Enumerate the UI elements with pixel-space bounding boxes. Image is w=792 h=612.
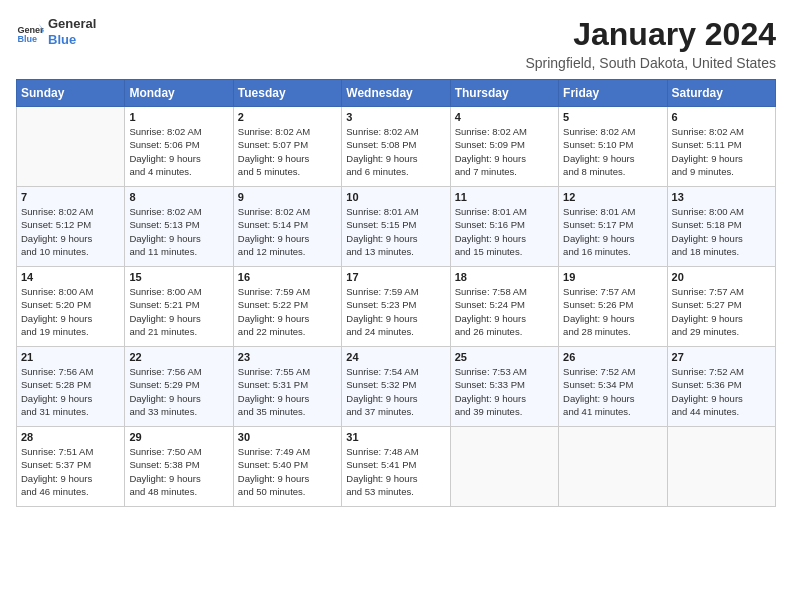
day-info: Sunrise: 7:51 AMSunset: 5:37 PMDaylight:… — [21, 445, 120, 498]
day-info: Sunrise: 7:58 AMSunset: 5:24 PMDaylight:… — [455, 285, 554, 338]
calendar-cell: 4Sunrise: 8:02 AMSunset: 5:09 PMDaylight… — [450, 107, 558, 187]
title-area: January 2024 Springfield, South Dakota, … — [525, 16, 776, 71]
calendar-cell: 24Sunrise: 7:54 AMSunset: 5:32 PMDayligh… — [342, 347, 450, 427]
page-header: General Blue General Blue January 2024 S… — [16, 16, 776, 71]
day-number: 18 — [455, 271, 554, 283]
calendar-cell: 11Sunrise: 8:01 AMSunset: 5:16 PMDayligh… — [450, 187, 558, 267]
day-number: 23 — [238, 351, 337, 363]
calendar-cell — [17, 107, 125, 187]
calendar-cell: 13Sunrise: 8:00 AMSunset: 5:18 PMDayligh… — [667, 187, 775, 267]
day-info: Sunrise: 7:49 AMSunset: 5:40 PMDaylight:… — [238, 445, 337, 498]
calendar-week-4: 28Sunrise: 7:51 AMSunset: 5:37 PMDayligh… — [17, 427, 776, 507]
day-number: 9 — [238, 191, 337, 203]
day-info: Sunrise: 8:01 AMSunset: 5:17 PMDaylight:… — [563, 205, 662, 258]
day-info: Sunrise: 8:02 AMSunset: 5:11 PMDaylight:… — [672, 125, 771, 178]
day-info: Sunrise: 8:02 AMSunset: 5:10 PMDaylight:… — [563, 125, 662, 178]
calendar-cell: 27Sunrise: 7:52 AMSunset: 5:36 PMDayligh… — [667, 347, 775, 427]
calendar-cell: 19Sunrise: 7:57 AMSunset: 5:26 PMDayligh… — [559, 267, 667, 347]
day-number: 11 — [455, 191, 554, 203]
day-number: 8 — [129, 191, 228, 203]
calendar-cell: 17Sunrise: 7:59 AMSunset: 5:23 PMDayligh… — [342, 267, 450, 347]
day-number: 6 — [672, 111, 771, 123]
calendar-cell: 25Sunrise: 7:53 AMSunset: 5:33 PMDayligh… — [450, 347, 558, 427]
logo: General Blue General Blue — [16, 16, 96, 47]
calendar-cell: 23Sunrise: 7:55 AMSunset: 5:31 PMDayligh… — [233, 347, 341, 427]
logo-line2: Blue — [48, 32, 96, 48]
day-info: Sunrise: 7:57 AMSunset: 5:26 PMDaylight:… — [563, 285, 662, 338]
day-info: Sunrise: 8:02 AMSunset: 5:12 PMDaylight:… — [21, 205, 120, 258]
calendar-cell: 30Sunrise: 7:49 AMSunset: 5:40 PMDayligh… — [233, 427, 341, 507]
day-info: Sunrise: 8:02 AMSunset: 5:07 PMDaylight:… — [238, 125, 337, 178]
calendar-body: 1Sunrise: 8:02 AMSunset: 5:06 PMDaylight… — [17, 107, 776, 507]
calendar-cell: 15Sunrise: 8:00 AMSunset: 5:21 PMDayligh… — [125, 267, 233, 347]
day-number: 20 — [672, 271, 771, 283]
day-number: 2 — [238, 111, 337, 123]
day-number: 19 — [563, 271, 662, 283]
day-number: 13 — [672, 191, 771, 203]
calendar-week-1: 7Sunrise: 8:02 AMSunset: 5:12 PMDaylight… — [17, 187, 776, 267]
header-sunday: Sunday — [17, 80, 125, 107]
day-number: 7 — [21, 191, 120, 203]
header-friday: Friday — [559, 80, 667, 107]
header-wednesday: Wednesday — [342, 80, 450, 107]
day-number: 15 — [129, 271, 228, 283]
day-info: Sunrise: 8:02 AMSunset: 5:14 PMDaylight:… — [238, 205, 337, 258]
month-title: January 2024 — [525, 16, 776, 53]
day-number: 27 — [672, 351, 771, 363]
calendar-cell — [667, 427, 775, 507]
calendar-cell: 22Sunrise: 7:56 AMSunset: 5:29 PMDayligh… — [125, 347, 233, 427]
day-number: 10 — [346, 191, 445, 203]
calendar-cell: 2Sunrise: 8:02 AMSunset: 5:07 PMDaylight… — [233, 107, 341, 187]
day-number: 4 — [455, 111, 554, 123]
day-number: 22 — [129, 351, 228, 363]
calendar-cell: 20Sunrise: 7:57 AMSunset: 5:27 PMDayligh… — [667, 267, 775, 347]
day-number: 3 — [346, 111, 445, 123]
calendar-cell: 26Sunrise: 7:52 AMSunset: 5:34 PMDayligh… — [559, 347, 667, 427]
calendar-cell: 31Sunrise: 7:48 AMSunset: 5:41 PMDayligh… — [342, 427, 450, 507]
header-monday: Monday — [125, 80, 233, 107]
day-number: 5 — [563, 111, 662, 123]
calendar-cell: 3Sunrise: 8:02 AMSunset: 5:08 PMDaylight… — [342, 107, 450, 187]
header-tuesday: Tuesday — [233, 80, 341, 107]
day-info: Sunrise: 8:02 AMSunset: 5:06 PMDaylight:… — [129, 125, 228, 178]
day-info: Sunrise: 7:48 AMSunset: 5:41 PMDaylight:… — [346, 445, 445, 498]
day-info: Sunrise: 8:00 AMSunset: 5:21 PMDaylight:… — [129, 285, 228, 338]
day-number: 30 — [238, 431, 337, 443]
calendar-cell: 9Sunrise: 8:02 AMSunset: 5:14 PMDaylight… — [233, 187, 341, 267]
svg-text:Blue: Blue — [17, 33, 37, 43]
day-info: Sunrise: 7:55 AMSunset: 5:31 PMDaylight:… — [238, 365, 337, 418]
calendar-cell: 12Sunrise: 8:01 AMSunset: 5:17 PMDayligh… — [559, 187, 667, 267]
day-info: Sunrise: 7:54 AMSunset: 5:32 PMDaylight:… — [346, 365, 445, 418]
day-info: Sunrise: 7:57 AMSunset: 5:27 PMDaylight:… — [672, 285, 771, 338]
location-title: Springfield, South Dakota, United States — [525, 55, 776, 71]
calendar-cell: 1Sunrise: 8:02 AMSunset: 5:06 PMDaylight… — [125, 107, 233, 187]
day-number: 14 — [21, 271, 120, 283]
day-number: 12 — [563, 191, 662, 203]
day-info: Sunrise: 7:50 AMSunset: 5:38 PMDaylight:… — [129, 445, 228, 498]
day-info: Sunrise: 7:56 AMSunset: 5:28 PMDaylight:… — [21, 365, 120, 418]
day-info: Sunrise: 7:52 AMSunset: 5:34 PMDaylight:… — [563, 365, 662, 418]
calendar-cell: 29Sunrise: 7:50 AMSunset: 5:38 PMDayligh… — [125, 427, 233, 507]
day-info: Sunrise: 8:00 AMSunset: 5:18 PMDaylight:… — [672, 205, 771, 258]
day-number: 1 — [129, 111, 228, 123]
logo-line1: General — [48, 16, 96, 32]
day-info: Sunrise: 8:02 AMSunset: 5:09 PMDaylight:… — [455, 125, 554, 178]
day-number: 29 — [129, 431, 228, 443]
day-number: 31 — [346, 431, 445, 443]
day-info: Sunrise: 8:00 AMSunset: 5:20 PMDaylight:… — [21, 285, 120, 338]
header-thursday: Thursday — [450, 80, 558, 107]
header-saturday: Saturday — [667, 80, 775, 107]
day-number: 24 — [346, 351, 445, 363]
calendar-cell: 6Sunrise: 8:02 AMSunset: 5:11 PMDaylight… — [667, 107, 775, 187]
calendar-cell: 28Sunrise: 7:51 AMSunset: 5:37 PMDayligh… — [17, 427, 125, 507]
day-info: Sunrise: 8:02 AMSunset: 5:13 PMDaylight:… — [129, 205, 228, 258]
calendar-cell: 8Sunrise: 8:02 AMSunset: 5:13 PMDaylight… — [125, 187, 233, 267]
calendar-week-0: 1Sunrise: 8:02 AMSunset: 5:06 PMDaylight… — [17, 107, 776, 187]
day-number: 28 — [21, 431, 120, 443]
calendar-cell: 16Sunrise: 7:59 AMSunset: 5:22 PMDayligh… — [233, 267, 341, 347]
calendar-cell: 18Sunrise: 7:58 AMSunset: 5:24 PMDayligh… — [450, 267, 558, 347]
day-info: Sunrise: 7:59 AMSunset: 5:22 PMDaylight:… — [238, 285, 337, 338]
calendar-week-2: 14Sunrise: 8:00 AMSunset: 5:20 PMDayligh… — [17, 267, 776, 347]
calendar-cell — [559, 427, 667, 507]
day-info: Sunrise: 7:53 AMSunset: 5:33 PMDaylight:… — [455, 365, 554, 418]
